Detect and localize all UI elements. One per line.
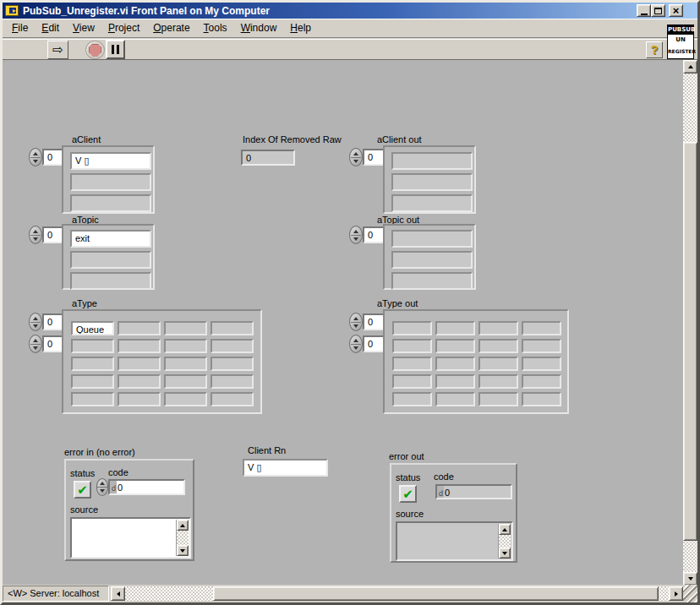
resize-grip[interactable] xyxy=(683,585,697,602)
atopic-element-2[interactable] xyxy=(70,272,151,290)
vscroll-down-button[interactable] xyxy=(683,572,697,586)
scroll-up-icon[interactable] xyxy=(499,524,511,535)
menu-item-help[interactable]: Help xyxy=(283,19,318,37)
error-in-label: error in (no error) xyxy=(64,447,135,457)
atype-cell-3-1[interactable] xyxy=(118,374,161,389)
hscroll-left-button[interactable] xyxy=(111,586,125,601)
error-out-source-label: source xyxy=(396,509,424,519)
atype-out-col-index[interactable]: 0 xyxy=(363,335,386,352)
pause-button[interactable] xyxy=(106,40,125,59)
aclient-element-0[interactable]: V ▯ xyxy=(70,152,151,170)
menu-item-project[interactable]: Project xyxy=(101,19,146,37)
client-rn-field[interactable]: V ▯ xyxy=(243,459,328,477)
error-in-status-boolean[interactable]: ✔ xyxy=(74,481,91,499)
error-in-source-field[interactable] xyxy=(70,517,191,559)
atype-cell-1-2[interactable] xyxy=(164,339,207,353)
atype-out-cell-4-3 xyxy=(522,392,561,406)
error-in-source-scrollbar[interactable] xyxy=(176,520,189,556)
menu-item-view[interactable]: View xyxy=(66,19,101,37)
atype-cell-2-1[interactable] xyxy=(118,357,161,371)
error-out-cluster: status ✔ code d 0 source xyxy=(390,463,517,563)
menu-bar: File Edit View Project Operate Tools Win… xyxy=(3,19,697,38)
atype-cell-4-1[interactable] xyxy=(118,392,161,406)
atopic-out-element-2 xyxy=(391,272,473,290)
scroll-up-icon[interactable] xyxy=(177,520,189,531)
atype-out-row-spinner[interactable] xyxy=(349,313,363,331)
atype-cell-0-0[interactable]: Queue xyxy=(71,321,114,335)
run-button[interactable]: ⇨ xyxy=(47,41,68,59)
atype-cell-3-3[interactable] xyxy=(211,374,254,389)
atype-out-cell-3-1 xyxy=(435,374,475,389)
hscroll-right-button[interactable] xyxy=(669,586,683,601)
vi-icon-line3: REGISTER xyxy=(668,46,693,57)
atopic-out-index-spinner[interactable] xyxy=(349,226,363,244)
context-help-button[interactable]: ? xyxy=(646,41,663,58)
atype-cell-2-0[interactable] xyxy=(71,357,114,371)
atype-cell-4-2[interactable] xyxy=(164,392,207,406)
abort-button[interactable] xyxy=(85,41,105,59)
error-out-source-field xyxy=(396,521,513,561)
checkmark-icon: ✔ xyxy=(402,487,413,502)
scroll-track[interactable] xyxy=(499,535,511,548)
vscroll-thumb[interactable] xyxy=(683,142,697,541)
atype-cell-3-0[interactable] xyxy=(71,374,114,389)
atopic-index-spinner[interactable] xyxy=(29,226,42,244)
menu-item-file[interactable]: File xyxy=(5,19,35,37)
atype-out-cell-3-0 xyxy=(392,374,432,389)
atype-out-cell-4-0 xyxy=(392,392,432,406)
vi-connector-icon[interactable]: PUBSUB UN REGISTER xyxy=(667,25,694,59)
error-in-code-field[interactable]: d 0 xyxy=(108,479,185,495)
atype-row-spinner[interactable] xyxy=(29,313,42,331)
error-out-code-label: code xyxy=(434,471,454,482)
aclient-out-index-value[interactable]: 0 xyxy=(363,149,386,166)
scroll-track[interactable] xyxy=(177,531,189,545)
maximize-button[interactable] xyxy=(651,4,665,17)
stop-octagon-icon xyxy=(89,44,101,57)
atype-out-row-index[interactable]: 0 xyxy=(363,313,386,330)
menu-item-operate[interactable]: Operate xyxy=(146,19,196,37)
atype-cell-0-3[interactable] xyxy=(211,321,254,335)
atype-cell-0-1[interactable] xyxy=(118,321,161,335)
client-rn-label: Client Rn xyxy=(248,445,286,455)
atype-out-cell-4-2 xyxy=(479,392,518,406)
atype-cell-1-1[interactable] xyxy=(118,339,161,353)
close-button[interactable]: × xyxy=(669,4,683,17)
menu-item-tools[interactable]: Tools xyxy=(197,19,234,37)
atype-cell-3-2[interactable] xyxy=(164,374,207,389)
atype-cell-2-3[interactable] xyxy=(211,357,254,371)
aclient-element-1[interactable] xyxy=(70,173,151,191)
menu-item-window[interactable]: Window xyxy=(234,19,284,37)
atype-out-cell-1-1 xyxy=(435,339,475,353)
minimize-button[interactable] xyxy=(637,4,651,17)
atype-out-cell-2-0 xyxy=(392,357,432,371)
atype-cell-0-2[interactable] xyxy=(164,321,207,335)
atype-cell-1-0[interactable] xyxy=(71,339,114,353)
atopic-element-1[interactable] xyxy=(70,251,151,269)
scroll-down-icon[interactable] xyxy=(177,545,189,556)
atopic-element-0[interactable]: exit xyxy=(70,230,151,248)
aclient-element-2[interactable] xyxy=(70,194,151,212)
vscroll-up-button[interactable] xyxy=(683,60,697,74)
atype-col-spinner[interactable] xyxy=(29,335,42,353)
error-in-code-spinner[interactable] xyxy=(96,478,108,496)
atype-out-col-spinner[interactable] xyxy=(349,335,363,353)
aclient-out-index-spinner[interactable] xyxy=(349,148,363,166)
atype-cell-2-2[interactable] xyxy=(164,357,207,371)
atype-cell-4-3[interactable] xyxy=(211,392,254,406)
aclient-index-spinner[interactable] xyxy=(29,148,42,166)
title-bar[interactable]: PubSub_Unregister.vi Front Panel on My C… xyxy=(3,3,697,19)
atopic-out-element-1 xyxy=(391,251,473,269)
atype-cell-1-3[interactable] xyxy=(211,339,254,353)
error-out-source-scrollbar[interactable] xyxy=(498,524,511,559)
hscroll-thumb[interactable] xyxy=(213,586,659,601)
scroll-down-icon[interactable] xyxy=(499,548,511,559)
atype-out-cell-0-3 xyxy=(522,321,561,335)
atopic-out-index-value[interactable]: 0 xyxy=(363,226,386,243)
menu-item-edit[interactable]: Edit xyxy=(35,19,66,37)
atype-out-cell-2-3 xyxy=(522,357,561,371)
atype-cell-4-0[interactable] xyxy=(71,392,114,406)
atype-out-cell-1-0 xyxy=(392,339,432,353)
radix-indicator: d xyxy=(110,481,117,493)
error-out-code-field: d 0 xyxy=(435,484,512,499)
atopic-out-element-0 xyxy=(391,230,473,248)
